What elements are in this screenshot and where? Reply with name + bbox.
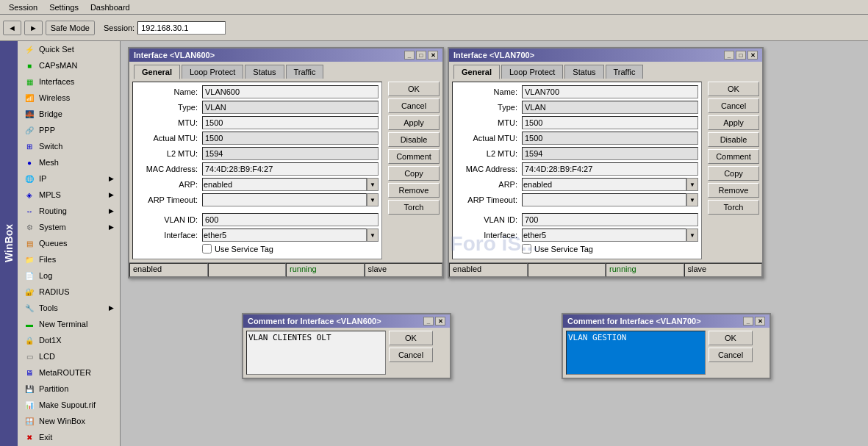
vlan700-remove-btn[interactable]: Remove bbox=[708, 183, 759, 198]
vlan700-copy-btn[interactable]: Copy bbox=[708, 166, 759, 181]
sidebar-item-radius[interactable]: 🔐 RADIUS bbox=[18, 284, 120, 300]
vlan700-comment-btn[interactable]: Comment bbox=[708, 149, 759, 164]
vlan600-arp-select[interactable] bbox=[202, 178, 367, 191]
comment700-close-btn[interactable]: ✕ bbox=[755, 317, 765, 325]
vlan600-service-tag-checkbox[interactable] bbox=[202, 244, 212, 253]
sidebar-item-capsman[interactable]: ■ CAPsMAN bbox=[18, 57, 120, 73]
vlan700-tab-loop-protect[interactable]: Loop Protect bbox=[501, 65, 563, 79]
back-button[interactable]: ◄ bbox=[3, 21, 21, 35]
vlan700-tab-traffic[interactable]: Traffic bbox=[606, 65, 644, 79]
vlan700-interface-dropdown[interactable]: ▼ bbox=[686, 229, 698, 242]
sidebar: ⚡ Quick Set ■ CAPsMAN ▦ Interfaces 📶 Wir… bbox=[18, 41, 121, 446]
sidebar-item-lcd[interactable]: ▭ LCD bbox=[18, 348, 120, 364]
session-input[interactable] bbox=[137, 21, 226, 35]
comment600-close-btn[interactable]: ✕ bbox=[435, 317, 445, 325]
vlan600-mac-input[interactable] bbox=[202, 162, 379, 176]
sidebar-item-mesh[interactable]: ● Mesh bbox=[18, 154, 120, 170]
vlan700-arp-timeout-dropdown[interactable]: ▼ bbox=[686, 193, 698, 206]
vlan600-tab-general[interactable]: General bbox=[134, 65, 180, 79]
vlan600-cancel-btn[interactable]: Cancel bbox=[388, 98, 440, 113]
vlan600-disable-btn[interactable]: Disable bbox=[388, 132, 440, 147]
sidebar-item-files[interactable]: 📁 Files bbox=[18, 251, 120, 267]
sidebar-item-log[interactable]: 📄 Log bbox=[18, 267, 120, 284]
vlan700-titlebar[interactable]: Interface <VLAN700> _ □ ✕ bbox=[449, 48, 762, 62]
sidebar-item-quick-set[interactable]: ⚡ Quick Set bbox=[18, 41, 120, 57]
vlan600-close-btn[interactable]: ✕ bbox=[428, 51, 438, 60]
vlan700-apply-btn[interactable]: Apply bbox=[708, 115, 759, 130]
sidebar-item-exit[interactable]: ✖ Exit bbox=[18, 429, 120, 445]
sidebar-item-ip[interactable]: 🌐 IP ▶ bbox=[18, 170, 120, 187]
sidebar-item-wireless[interactable]: 📶 Wireless bbox=[18, 90, 120, 106]
vlan600-titlebar[interactable]: Interface <VLAN600> _ □ ✕ bbox=[129, 48, 442, 62]
sidebar-item-bridge[interactable]: 🌉 Bridge bbox=[18, 106, 120, 122]
vlan700-disable-btn[interactable]: Disable bbox=[708, 132, 759, 147]
vlan700-arp-select[interactable] bbox=[522, 178, 686, 191]
vlan600-mtu-input[interactable] bbox=[202, 116, 379, 129]
sidebar-item-new-winbox[interactable]: 🪟 New WinBox bbox=[18, 413, 120, 429]
vlan600-vlanid-input[interactable] bbox=[202, 213, 379, 226]
comment600-cancel-btn[interactable]: Cancel bbox=[389, 348, 433, 362]
vlan600-arp-timeout-dropdown[interactable]: ▼ bbox=[367, 193, 379, 206]
comment700-cancel-btn[interactable]: Cancel bbox=[709, 348, 753, 362]
vlan700-service-tag-checkbox[interactable] bbox=[522, 244, 531, 253]
safe-mode-button[interactable]: Safe Mode bbox=[46, 21, 95, 35]
vlan600-torch-btn[interactable]: Torch bbox=[388, 200, 440, 215]
vlan700-arp-dropdown[interactable]: ▼ bbox=[686, 178, 698, 191]
sidebar-item-make-supout[interactable]: 📊 Make Supout.rif bbox=[18, 397, 120, 413]
vlan600-ok-btn[interactable]: OK bbox=[388, 82, 440, 96]
vlan700-ok-btn[interactable]: OK bbox=[708, 82, 759, 96]
vlan700-mtu-input[interactable] bbox=[522, 116, 698, 129]
vlan700-maximize-btn[interactable]: □ bbox=[736, 51, 746, 60]
comment600-textarea[interactable]: VLAN CLIENTES OLT bbox=[246, 331, 386, 375]
sidebar-item-switch[interactable]: ⊞ Switch bbox=[18, 138, 120, 154]
sidebar-item-metarouter[interactable]: 🖥 MetaROUTER bbox=[18, 364, 120, 381]
forward-button[interactable]: ► bbox=[24, 21, 43, 35]
vlan600-comment-btn[interactable]: Comment bbox=[388, 149, 440, 164]
comment700-textarea[interactable]: VLAN GESTION bbox=[566, 331, 706, 375]
sidebar-item-queues[interactable]: ▤ Queues bbox=[18, 235, 120, 251]
vlan700-interface-select[interactable] bbox=[522, 229, 686, 242]
vlan600-maximize-btn[interactable]: □ bbox=[416, 51, 426, 60]
comment700-titlebar[interactable]: Comment for Interface <VLAN700> _ ✕ bbox=[563, 314, 770, 328]
vlan700-torch-btn[interactable]: Torch bbox=[708, 200, 759, 215]
menu-session[interactable]: Session bbox=[3, 1, 43, 13]
vlan700-mac-input[interactable] bbox=[522, 162, 698, 176]
sidebar-item-system[interactable]: ⚙ System ▶ bbox=[18, 219, 120, 235]
sidebar-item-interfaces[interactable]: ▦ Interfaces bbox=[18, 73, 120, 90]
vlan600-remove-btn[interactable]: Remove bbox=[388, 183, 440, 198]
vlan700-vlanid-input[interactable] bbox=[522, 213, 698, 226]
vlan700-name-input[interactable] bbox=[522, 85, 698, 98]
bridge-icon: 🌉 bbox=[24, 108, 35, 120]
vlan700-minimize-btn[interactable]: _ bbox=[724, 51, 734, 60]
vlan700-arp-timeout-input[interactable] bbox=[522, 193, 686, 206]
sidebar-item-tools[interactable]: 🔧 Tools ▶ bbox=[18, 300, 120, 316]
vlan600-copy-btn[interactable]: Copy bbox=[388, 166, 440, 181]
comment700-ok-btn[interactable]: OK bbox=[709, 331, 753, 345]
menu-dashboard[interactable]: Dashboard bbox=[85, 1, 136, 13]
sidebar-item-new-terminal[interactable]: ▬ New Terminal bbox=[18, 316, 120, 332]
vlan600-apply-btn[interactable]: Apply bbox=[388, 115, 440, 130]
vlan600-minimize-btn[interactable]: _ bbox=[404, 51, 415, 60]
vlan700-close-btn[interactable]: ✕ bbox=[747, 51, 758, 60]
vlan600-interface-dropdown[interactable]: ▼ bbox=[367, 229, 379, 242]
comment600-ok-btn[interactable]: OK bbox=[389, 331, 433, 345]
vlan700-tab-status[interactable]: Status bbox=[564, 65, 603, 79]
vlan600-tab-loop-protect[interactable]: Loop Protect bbox=[182, 65, 243, 79]
vlan600-arp-dropdown[interactable]: ▼ bbox=[367, 178, 379, 191]
vlan600-tab-traffic[interactable]: Traffic bbox=[286, 65, 324, 79]
vlan600-tab-status[interactable]: Status bbox=[245, 65, 284, 79]
vlan600-name-input[interactable] bbox=[202, 85, 379, 98]
sidebar-item-ppp[interactable]: 🔗 PPP bbox=[18, 122, 120, 138]
comment700-minimize-btn[interactable]: _ bbox=[743, 317, 753, 325]
menu-settings[interactable]: Settings bbox=[43, 1, 85, 13]
vlan600-arp-timeout-input[interactable] bbox=[202, 193, 367, 206]
vlan700-cancel-btn[interactable]: Cancel bbox=[708, 98, 759, 113]
sidebar-item-dot1x[interactable]: 🔒 Dot1X bbox=[18, 332, 120, 348]
comment600-titlebar[interactable]: Comment for Interface <VLAN600> _ ✕ bbox=[243, 314, 450, 328]
vlan700-tab-general[interactable]: General bbox=[453, 65, 500, 79]
sidebar-item-mpls[interactable]: ◈ MPLS ▶ bbox=[18, 187, 120, 203]
vlan600-interface-select[interactable] bbox=[202, 229, 367, 242]
comment600-minimize-btn[interactable]: _ bbox=[423, 317, 434, 325]
sidebar-item-routing[interactable]: ↔ Routing ▶ bbox=[18, 203, 120, 219]
sidebar-item-partition[interactable]: 💾 Partition bbox=[18, 381, 120, 397]
